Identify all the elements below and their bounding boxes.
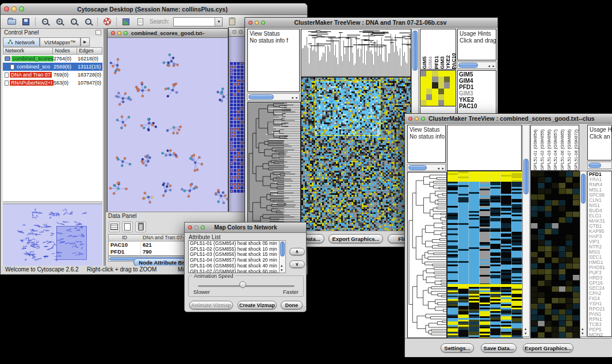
tab-overflow-arrow[interactable]: ▶	[81, 37, 90, 47]
tv2-right-hscrollbar[interactable]	[587, 162, 612, 169]
export-graphics-button[interactable]: Export Graphics...	[523, 343, 573, 352]
scroll-right-icon[interactable]: ▸	[442, 166, 444, 170]
dialog-titlebar[interactable]: Map Colors to Network	[185, 223, 306, 233]
tv1-left-hscrollbar[interactable]: ◂ ▸	[247, 93, 300, 101]
annotation-icon[interactable]	[135, 17, 146, 27]
gene-label[interactable]: MON2	[589, 332, 611, 337]
zoom-out-icon[interactable]: −	[40, 17, 50, 27]
scroll-left-icon[interactable]: ◂	[291, 95, 293, 99]
create-vizmap-button[interactable]: Create Vizmap	[238, 301, 277, 309]
zoom-fit-icon[interactable]: ▫	[68, 17, 79, 27]
zoom-in-icon[interactable]: +	[54, 17, 64, 27]
network-overview-panel[interactable]	[3, 204, 102, 267]
tv2-heatmap[interactable]	[447, 171, 523, 338]
network-view1-titlebar[interactable]: combined_scores_good.txt--cluste...	[108, 29, 228, 38]
close-button[interactable]	[4, 6, 9, 12]
network1-canvas[interactable]	[108, 38, 228, 213]
scroll-down-icon[interactable]: ▾	[281, 268, 283, 272]
scrollbar-thumb[interactable]	[408, 165, 427, 170]
treeview2-titlebar[interactable]: ClusterMaker TreeView : combined_scores_…	[405, 114, 612, 124]
column-header-network[interactable]: Network	[3, 47, 53, 55]
minimize-button[interactable]	[255, 21, 259, 25]
minimize-button[interactable]	[239, 30, 243, 34]
zoom-button[interactable]	[261, 21, 265, 25]
scroll-up-icon[interactable]: ▴	[525, 327, 527, 331]
scroll-up-icon[interactable]: ▴	[582, 327, 584, 331]
scrollbar-thumb[interactable]	[523, 159, 529, 194]
tv2-left-hscrollbar[interactable]: ◂ ▸	[407, 164, 446, 171]
help-lifesaver-icon[interactable]	[102, 17, 112, 27]
tv2-vscrollbar[interactable]: ▴ ▾	[522, 125, 530, 337]
attribute-list[interactable]: GPL51-01 (GSM854) heat shock 05 minGPL51…	[188, 240, 286, 273]
done-button[interactable]: Done	[281, 301, 303, 309]
tv1-heatmap[interactable]	[301, 77, 411, 231]
network-tree-row[interactable]: combined_sco2569(6)13112(15)	[3, 63, 102, 71]
scrollbar-thumb[interactable]	[280, 242, 285, 256]
network-tree-row[interactable]: combined_scores2764(0)16218(0)	[3, 55, 102, 63]
zoom-button[interactable]	[421, 117, 425, 121]
animate-vizmap-button[interactable]: Animate Vizmap	[189, 301, 233, 309]
minimize-button[interactable]	[415, 117, 419, 121]
tv2-zoom-heatmap[interactable]	[530, 171, 580, 338]
zoom-button[interactable]	[201, 225, 205, 229]
scrollbar-thumb[interactable]	[588, 163, 601, 168]
scroll-right-icon[interactable]: ▸	[492, 64, 495, 68]
zoom-button[interactable]	[19, 6, 24, 12]
zoom-button[interactable]	[124, 31, 128, 35]
tv2-gene-vscrollbar[interactable]: ▴ ▾	[580, 171, 587, 337]
scroll-left-icon[interactable]: ◂	[437, 166, 439, 170]
scroll-down-icon[interactable]: ▾	[525, 331, 527, 335]
column-header-nodes[interactable]: Nodes	[53, 47, 77, 55]
save-data-button[interactable]: Save Data...	[481, 343, 517, 352]
new-attribute-icon[interactable]	[122, 221, 133, 232]
search-input[interactable]	[174, 18, 215, 25]
settings-button[interactable]: Settings...	[441, 343, 474, 352]
tab-vizmapper[interactable]: VizMapper™	[40, 37, 81, 47]
move-down-button[interactable]: ∨	[289, 260, 305, 268]
tv1-mini-heatmap[interactable]	[420, 70, 456, 106]
minimize-button[interactable]	[12, 6, 17, 12]
open-session-icon[interactable]	[6, 17, 17, 27]
close-button[interactable]	[248, 21, 253, 25]
tv1-row-dendrogram[interactable]	[247, 102, 301, 232]
float-panel-icon[interactable]	[95, 30, 101, 35]
close-button[interactable]	[111, 31, 115, 35]
tv1-column-dendrogram[interactable]	[301, 29, 411, 77]
close-button[interactable]	[232, 30, 236, 34]
export-graphics-button[interactable]: Export Graphics...	[328, 234, 383, 243]
scrollbar-thumb[interactable]	[412, 30, 418, 71]
minimize-button[interactable]	[194, 225, 198, 229]
scrollbar-thumb[interactable]	[581, 174, 586, 204]
treeview1-titlebar[interactable]: ClusterMaker TreeView : DNA and Tran 07-…	[245, 18, 498, 28]
network-tree-row[interactable]: RNAPuberNov2+I563(0)107847(0)	[3, 79, 102, 87]
overview-canvas[interactable]	[3, 205, 102, 265]
search-dropdown-icon[interactable]: ▾	[215, 18, 222, 26]
scroll-down-icon[interactable]: ▾	[582, 331, 584, 335]
slider-thumb[interactable]	[239, 281, 246, 288]
tv1-right-hscrollbar[interactable]: ◂ ▸	[457, 62, 496, 69]
table-mode-icon[interactable]	[109, 221, 120, 232]
move-up-button[interactable]: ∧	[289, 248, 305, 255]
minimize-button[interactable]	[117, 31, 121, 35]
scroll-up-icon[interactable]: ▴	[281, 263, 283, 267]
delete-attribute-icon[interactable]	[135, 221, 146, 232]
search-box[interactable]: ▾	[173, 17, 223, 26]
vizmapper-icon[interactable]	[121, 17, 131, 27]
search-config-icon[interactable]	[227, 17, 237, 27]
close-button[interactable]	[188, 225, 192, 229]
tv2-row-dendrogram[interactable]	[407, 172, 447, 338]
scroll-right-icon[interactable]: ▸	[296, 95, 298, 99]
network-tree-row[interactable]: DNA and Tran 07769(0)183728(0)	[3, 71, 102, 79]
scroll-left-icon[interactable]: ◂	[488, 64, 490, 68]
close-button[interactable]	[408, 117, 412, 121]
scrollbar-thumb[interactable]	[248, 94, 274, 99]
animation-speed-slider[interactable]	[198, 285, 294, 287]
scrollbar-thumb[interactable]	[458, 63, 478, 68]
main-titlebar[interactable]: Cytoscape Desktop (Session Name: collins…	[1, 3, 307, 15]
zoom-selected-icon[interactable]: ◦	[83, 17, 93, 27]
save-session-icon[interactable]	[21, 17, 31, 27]
attribute-list-item[interactable]: GPL51-07 (GSM868) heat shock 60 min	[189, 269, 285, 273]
tab-network[interactable]: Network	[3, 37, 40, 47]
attribute-list-vscrollbar[interactable]: ▴ ▾	[279, 240, 286, 273]
column-header-edges[interactable]: Edges	[77, 47, 102, 55]
